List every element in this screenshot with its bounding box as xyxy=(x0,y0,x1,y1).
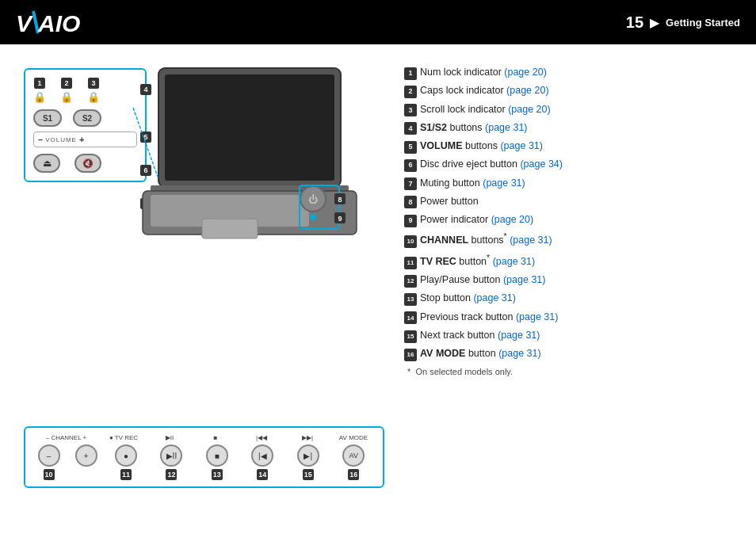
arrow-icon: ▶ xyxy=(650,15,659,30)
desc-item-2: 2 Caps lock indicator (page 20) xyxy=(404,82,732,99)
desc-num-5: 5 xyxy=(404,141,417,154)
badge-16: 16 xyxy=(348,469,359,480)
channel-label: – CHANNEL + xyxy=(32,434,101,441)
desc-num-15: 15 xyxy=(404,330,417,343)
playpause-button[interactable]: ▶II xyxy=(160,444,182,467)
svg-text:9: 9 xyxy=(338,215,342,223)
indicators-row: 1 🔒 2 🔒 3 🔒 4 xyxy=(33,78,137,103)
next-button[interactable]: ▶| xyxy=(297,444,319,467)
indicator-2-icon: 🔒 xyxy=(60,91,73,103)
desc-text-11: TV REC button* (page 31) xyxy=(420,251,535,270)
indicator-2: 2 🔒 xyxy=(60,78,73,103)
volume-minus: – xyxy=(38,135,43,144)
desc-num-4: 4 xyxy=(404,122,417,135)
svg-text:8: 8 xyxy=(338,196,342,204)
badge-14: 14 xyxy=(257,469,268,480)
playpause-label: ▶II xyxy=(147,434,193,441)
avmode-label: AV MODE xyxy=(330,434,376,441)
desc-text-8: Power button xyxy=(420,193,479,210)
description-list: 1 Num lock indicator (page 20) 2 Caps lo… xyxy=(404,64,732,362)
prev-button[interactable]: |◀ xyxy=(251,444,273,467)
s1s2-row: S1 S2 xyxy=(33,109,137,127)
desc-text-3: Scroll lock indicator (page 20) xyxy=(420,101,551,118)
desc-text-4: S1/S2 buttons (page 31) xyxy=(420,120,528,136)
desc-item-9: 9 Power indicator (page 20) xyxy=(404,212,732,228)
desc-num-11: 11 xyxy=(404,257,417,269)
page-number: 15 xyxy=(626,13,643,32)
desc-text-6: Disc drive eject button (page 34) xyxy=(420,156,563,173)
desc-num-9: 9 xyxy=(404,215,417,227)
prev-label: |◀◀ xyxy=(239,434,284,441)
desc-text-2: Caps lock indicator (page 20) xyxy=(420,82,549,99)
avmode-button[interactable]: AV xyxy=(342,444,365,467)
diagram-panel: 1 🔒 2 🔒 3 🔒 4 S1 S2 5 xyxy=(24,60,388,520)
desc-item-11: 11 TV REC button* (page 31) xyxy=(404,251,732,270)
eject-button[interactable]: ⏏ xyxy=(33,154,60,173)
svg-text:AIO: AIO xyxy=(37,10,80,36)
stop-label: ■ xyxy=(193,434,239,441)
desc-text-13: Stop button (page 31) xyxy=(420,290,516,307)
svg-rect-4 xyxy=(165,74,334,181)
volume-plus: + xyxy=(79,135,84,144)
badge-10: 10 xyxy=(44,469,55,480)
indicator-1-icon: 🔒 xyxy=(33,91,46,103)
badge-15: 15 xyxy=(303,469,314,480)
controls-box: 1 🔒 2 🔒 3 🔒 4 S1 S2 5 xyxy=(24,68,147,182)
badge-12: 12 xyxy=(166,469,177,480)
badge-13: 13 xyxy=(212,469,223,480)
desc-item-10: 10 CHANNEL buttons* (page 31) xyxy=(404,230,732,249)
desc-num-6: 6 xyxy=(404,159,417,172)
desc-item-12: 12 Play/Pause button (page 31) xyxy=(404,272,732,288)
volume-row: – VOLUME + xyxy=(33,132,137,147)
media-labels-row: – CHANNEL + ● TV REC ▶II ■ |◀◀ ▶▶| AV MO… xyxy=(32,434,376,441)
volume-label: VOLUME xyxy=(45,136,77,143)
svg-point-11 xyxy=(310,214,316,220)
svg-text:⏻: ⏻ xyxy=(308,194,318,205)
indicator-1: 1 🔒 xyxy=(33,78,46,103)
stop-button[interactable]: ■ xyxy=(206,444,228,467)
main-content: 1 🔒 2 🔒 3 🔒 4 S1 S2 5 xyxy=(0,44,756,534)
svg-text:V: V xyxy=(16,10,34,36)
desc-num-2: 2 xyxy=(404,86,417,98)
mute-button[interactable]: 🔇 xyxy=(74,154,101,173)
desc-item-15: 15 Next track button (page 31) xyxy=(404,327,732,344)
next-label: ▶▶| xyxy=(284,434,330,441)
ch-minus-button[interactable]: – xyxy=(38,444,60,467)
eject-mute-row: ⏏ 🔇 xyxy=(33,154,137,173)
desc-item-14: 14 Previous track button (page 31) xyxy=(404,309,732,326)
badge-2: 2 xyxy=(61,78,72,89)
desc-num-1: 1 xyxy=(404,67,417,80)
desc-text-10: CHANNEL buttons* (page 31) xyxy=(420,230,552,249)
desc-num-10: 10 xyxy=(404,235,417,248)
desc-num-8: 8 xyxy=(404,196,417,208)
s2-button[interactable]: S2 xyxy=(73,109,101,127)
desc-item-1: 1 Num lock indicator (page 20) xyxy=(404,64,732,81)
desc-item-7: 7 Muting button (page 31) xyxy=(404,175,732,192)
media-controls-panel: – CHANNEL + ● TV REC ▶II ■ |◀◀ ▶▶| AV MO… xyxy=(24,426,384,488)
header: V AIO 15 ▶ Getting Started xyxy=(0,0,756,44)
desc-item-6: 6 Disc drive eject button (page 34) xyxy=(404,156,732,173)
tvrec-button[interactable]: ● xyxy=(115,444,137,467)
header-right: 15 ▶ Getting Started xyxy=(626,13,740,32)
indicator-3-icon: 🔒 xyxy=(87,91,100,103)
vaio-logo: V AIO xyxy=(16,8,87,36)
ch-plus-button[interactable]: + xyxy=(75,444,97,467)
desc-text-12: Play/Pause button (page 31) xyxy=(420,272,545,288)
desc-text-5: VOLUME buttons (page 31) xyxy=(420,138,543,154)
s1-button[interactable]: S1 xyxy=(33,109,62,127)
desc-num-3: 3 xyxy=(404,104,417,116)
media-buttons-row: – 10 + ● 11 ▶II 12 xyxy=(32,444,376,480)
desc-num-14: 14 xyxy=(404,311,417,324)
desc-item-13: 13 Stop button (page 31) xyxy=(404,290,732,307)
description-panel: 1 Num lock indicator (page 20) 2 Caps lo… xyxy=(404,60,732,518)
desc-item-16: 16 AV MODE button (page 31) xyxy=(404,345,732,362)
indicator-3: 3 🔒 xyxy=(87,78,100,103)
desc-text-9: Power indicator (page 20) xyxy=(420,212,533,228)
desc-text-14: Previous track button (page 31) xyxy=(420,309,558,326)
desc-num-12: 12 xyxy=(404,275,417,288)
desc-item-5: 5 VOLUME buttons (page 31) xyxy=(404,138,732,154)
footnote: * On selected models only. xyxy=(407,367,732,376)
badge-11: 11 xyxy=(120,469,132,480)
svg-line-17 xyxy=(133,108,158,179)
desc-num-7: 7 xyxy=(404,177,417,190)
